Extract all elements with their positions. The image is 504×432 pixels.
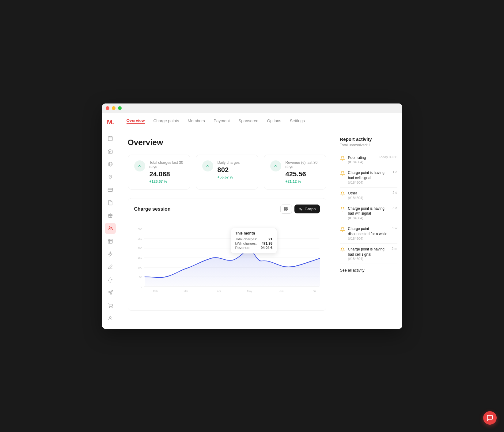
see-all-activity[interactable]: See all activity (340, 268, 397, 272)
main-area: Overview Charge points Members Payment S… (119, 113, 402, 329)
app-body: M. (102, 113, 402, 329)
chart-grid-button[interactable] (280, 205, 292, 214)
activity-sub-1: (#184604) (348, 160, 376, 164)
activity-item-6[interactable]: Charge point is having bad cell signal (… (340, 244, 397, 264)
sidebar-icon-calendar[interactable] (105, 133, 116, 144)
sidebar-icon-cart[interactable] (105, 300, 116, 311)
bell-icon-4 (340, 207, 345, 212)
chat-fab[interactable] (483, 411, 497, 425)
sidebar-icon-avatar[interactable] (105, 313, 116, 324)
graph-button-label: Graph (305, 207, 316, 211)
svg-rect-14 (108, 239, 112, 243)
svg-point-13 (111, 227, 112, 229)
stat-cards: Total charges last 30 days 24.068 +126.6… (128, 155, 326, 190)
graph-icon (298, 207, 303, 211)
svg-rect-26 (287, 207, 288, 209)
chart-svg: 300 250 200 150 100 50 0 (134, 219, 320, 304)
activity-content-1: Poor rating (#184604) (348, 155, 376, 164)
nav-sponsored[interactable]: Sponsored (238, 118, 258, 124)
svg-point-23 (112, 307, 112, 308)
minimize-dot[interactable] (112, 106, 116, 110)
svg-text:Jul: Jul (313, 289, 316, 292)
activity-time-2: 1 d (392, 170, 397, 174)
sidebar-icon-home[interactable] (105, 146, 116, 157)
svg-rect-8 (108, 188, 113, 191)
svg-text:Feb: Feb (153, 289, 157, 292)
right-panel: Report activity Total unresolved: 1 Poor… (335, 129, 402, 329)
stat-card-total-charges: Total charges last 30 days 24.068 +126.6… (128, 155, 190, 190)
chart-graph-button[interactable]: Graph (294, 205, 320, 213)
bell-icon-2 (340, 171, 345, 176)
svg-text:May: May (247, 289, 252, 292)
stat-info-total: Total charges last 30 days 24.068 +126.6… (150, 160, 184, 184)
maximize-dot[interactable] (118, 106, 122, 110)
activity-text-4: Charge point is having bad wifi signal (348, 206, 390, 216)
stat-icon-daily (202, 160, 213, 171)
activity-content-4: Charge point is having bad wifi signal (… (348, 206, 390, 220)
sidebar-icon-users[interactable] (105, 223, 116, 234)
activity-item-4[interactable]: Charge point is having bad wifi signal (… (340, 203, 397, 224)
grid-icon (284, 207, 289, 212)
bell-icon-6 (340, 247, 345, 252)
chart-wrap: 300 250 200 150 100 50 0 (134, 219, 320, 304)
sidebar-icon-globe[interactable] (105, 159, 116, 170)
sidebar-icon-card[interactable] (105, 184, 116, 195)
close-dot[interactable] (106, 106, 109, 110)
stat-label-revenue: Revenue (€) last 30 days (286, 160, 320, 169)
activity-sub-2: (#184604) (348, 181, 390, 184)
sidebar-icon-gift[interactable] (105, 210, 116, 221)
sidebar-icon-lightning[interactable] (105, 249, 116, 260)
svg-text:250: 250 (138, 237, 142, 240)
nav-settings[interactable]: Settings (290, 118, 305, 124)
activity-sub-5: (#184604) (348, 237, 389, 240)
activity-item-2[interactable]: Charge point is having bad cell signal (… (340, 167, 397, 188)
main-content: Overview Total charges last 30 days 24.0… (119, 129, 335, 329)
sidebar: M. (102, 113, 119, 329)
sidebar-icon-send[interactable] (105, 287, 116, 298)
nav-options[interactable]: Options (267, 118, 281, 124)
chart-controls: Graph (280, 205, 320, 214)
sidebar-icon-doc[interactable] (105, 197, 116, 208)
stat-info-daily: Daily charges 802 +66.67 % (218, 160, 240, 179)
activity-text-1: Poor rating (348, 155, 376, 160)
activity-text-5: Charge point disconnected for a while (348, 226, 389, 237)
sidebar-icon-table[interactable] (105, 236, 116, 247)
activity-item-3[interactable]: Other (#184604) 2 d (340, 188, 397, 203)
svg-point-7 (110, 176, 111, 177)
svg-text:50: 50 (139, 275, 142, 278)
sidebar-icon-bell-add[interactable] (105, 274, 116, 285)
activity-time-6: 2 m (392, 247, 397, 250)
svg-point-12 (109, 227, 111, 228)
chat-icon (487, 415, 493, 421)
chart-header: Charge session Graph (134, 205, 320, 214)
activity-sub-4: (#184604) (348, 216, 390, 220)
report-title: Report activity (340, 137, 397, 142)
svg-rect-27 (284, 209, 286, 211)
nav-members[interactable]: Members (188, 118, 205, 124)
sidebar-icon-pin[interactable] (105, 171, 116, 182)
chart-section: Charge session Graph (128, 198, 326, 311)
stat-change-revenue: +21.12 % (286, 179, 320, 184)
activity-text-2: Charge point is having bad cell signal (348, 170, 390, 181)
svg-text:150: 150 (138, 256, 142, 259)
bell-icon-1 (340, 156, 345, 161)
stat-label-total: Total charges last 30 days (150, 160, 184, 169)
svg-point-43 (247, 249, 249, 252)
stat-value-total: 24.068 (150, 170, 184, 178)
activity-item-1[interactable]: Poor rating (#184604) Today 09:30 (340, 152, 397, 167)
stat-value-revenue: 425.56 (286, 170, 320, 178)
activity-time-1: Today 09:30 (379, 155, 397, 159)
stat-info-revenue: Revenue (€) last 30 days 425.56 +21.12 % (286, 160, 320, 184)
nav-charge-points[interactable]: Charge points (153, 118, 179, 124)
nav-overview[interactable]: Overview (127, 118, 145, 124)
activity-text-6: Charge point is having bad cell signal (348, 247, 389, 257)
stat-change-total: +126.67 % (150, 179, 184, 184)
sidebar-icon-pen[interactable] (105, 261, 116, 272)
chart-title: Charge session (134, 206, 171, 212)
svg-text:0: 0 (141, 285, 142, 288)
nav-payment[interactable]: Payment (214, 118, 230, 124)
svg-rect-28 (287, 209, 288, 211)
activity-item-5[interactable]: Charge point disconnected for a while (#… (340, 223, 397, 244)
activity-sub-6: (#184604) (348, 257, 389, 261)
svg-text:Apr: Apr (217, 289, 221, 292)
